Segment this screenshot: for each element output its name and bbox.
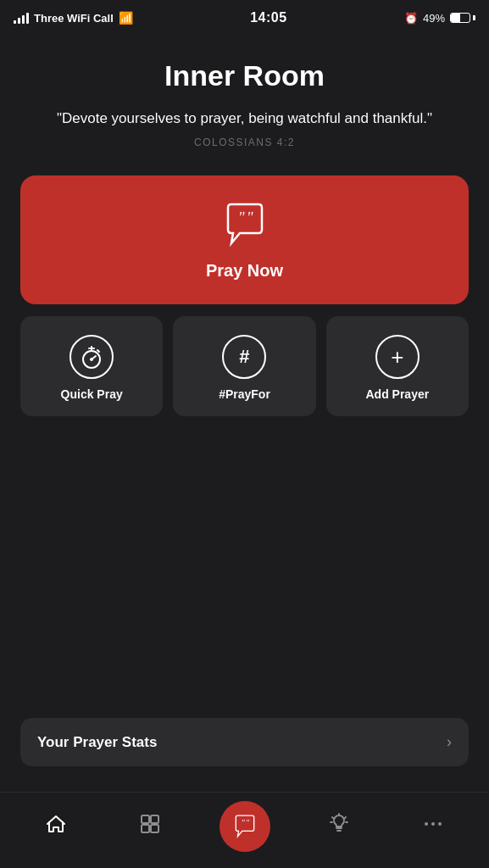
- quote-text: "Devote yourselves to prayer, being watc…: [57, 108, 432, 130]
- pray-now-button[interactable]: " " Pray Now: [20, 175, 469, 304]
- wifi-icon: 📶: [119, 11, 133, 25]
- battery-icon: [450, 13, 475, 23]
- svg-line-20: [344, 817, 346, 819]
- svg-point-22: [431, 822, 435, 826]
- svg-text:": ": [247, 209, 253, 226]
- signal-bar-4: [26, 13, 29, 24]
- battery-fill: [451, 14, 460, 22]
- svg-line-17: [332, 817, 334, 819]
- carrier-label: Three WiFi Call: [34, 12, 114, 25]
- more-icon: [422, 813, 444, 840]
- hashtag-symbol: #: [239, 346, 249, 368]
- lightbulb-icon: [328, 813, 350, 840]
- add-prayer-button[interactable]: + Add Prayer: [326, 316, 469, 416]
- status-right: ⏰ 49%: [404, 12, 475, 25]
- tab-more[interactable]: [386, 813, 481, 840]
- page-title: Inner Room: [164, 59, 325, 92]
- battery-percent: 49%: [423, 12, 445, 25]
- quote-reference: COLOSSIANS 4:2: [194, 136, 295, 148]
- svg-text:": ": [238, 209, 245, 226]
- home-svg: [45, 813, 67, 835]
- speech-bubble-icon: " ": [219, 199, 270, 250]
- alarm-icon: ⏰: [404, 12, 418, 25]
- signal-bars-icon: [14, 12, 29, 24]
- pray-for-label: #PrayFor: [219, 387, 270, 401]
- svg-rect-9: [151, 815, 158, 823]
- home-icon: [45, 813, 67, 840]
- add-prayer-label: Add Prayer: [365, 387, 429, 401]
- spacer: [0, 581, 489, 718]
- action-grid: Quick Pray # #PrayFor + Add Prayer: [20, 316, 469, 416]
- svg-point-7: [91, 358, 93, 360]
- chevron-right-icon: ›: [447, 733, 452, 751]
- battery-tip: [473, 15, 475, 20]
- status-left: Three WiFi Call 📶: [14, 11, 133, 25]
- quick-pray-button[interactable]: Quick Pray: [20, 316, 163, 416]
- hashtag-icon: #: [222, 335, 266, 379]
- stats-label: Your Prayer Stats: [37, 734, 157, 751]
- svg-line-4: [97, 350, 99, 352]
- more-svg: [422, 813, 444, 835]
- tab-home[interactable]: [8, 813, 103, 840]
- svg-text:": ": [241, 817, 245, 826]
- tab-light[interactable]: [292, 813, 386, 840]
- svg-rect-8: [142, 815, 149, 823]
- svg-point-21: [425, 822, 428, 826]
- stopwatch-icon: [69, 335, 114, 379]
- status-bar: Three WiFi Call 📶 14:05 ⏰ 49%: [0, 0, 489, 34]
- pray-now-icon: " ": [219, 199, 270, 253]
- signal-bar-3: [22, 15, 25, 24]
- stats-bar[interactable]: Your Prayer Stats ›: [20, 718, 469, 766]
- main-content: Inner Room "Devote yourselves to prayer,…: [0, 34, 489, 581]
- tab-grid[interactable]: [103, 813, 197, 840]
- pray-center-button[interactable]: " ": [219, 801, 270, 852]
- plus-symbol: +: [391, 346, 403, 368]
- pray-now-label: Pray Now: [206, 261, 283, 281]
- plus-icon: +: [375, 335, 420, 379]
- signal-bar-1: [14, 20, 16, 24]
- battery-body: [450, 13, 470, 23]
- tab-bar: " ": [0, 792, 489, 868]
- svg-text:": ": [246, 817, 250, 826]
- grid-svg: [139, 813, 161, 835]
- quick-pray-label: Quick Pray: [61, 387, 123, 401]
- time-display: 14:05: [250, 10, 286, 25]
- svg-rect-11: [151, 825, 158, 832]
- svg-rect-10: [142, 825, 149, 832]
- grid-icon: [139, 813, 161, 840]
- signal-bar-2: [18, 18, 20, 24]
- stopwatch-svg: [79, 344, 104, 370]
- pray-center-icon: " ": [231, 813, 258, 840]
- tab-pray-center[interactable]: " ": [197, 801, 292, 852]
- lightbulb-svg: [328, 813, 350, 835]
- svg-point-23: [438, 822, 442, 826]
- pray-for-button[interactable]: # #PrayFor: [173, 316, 315, 416]
